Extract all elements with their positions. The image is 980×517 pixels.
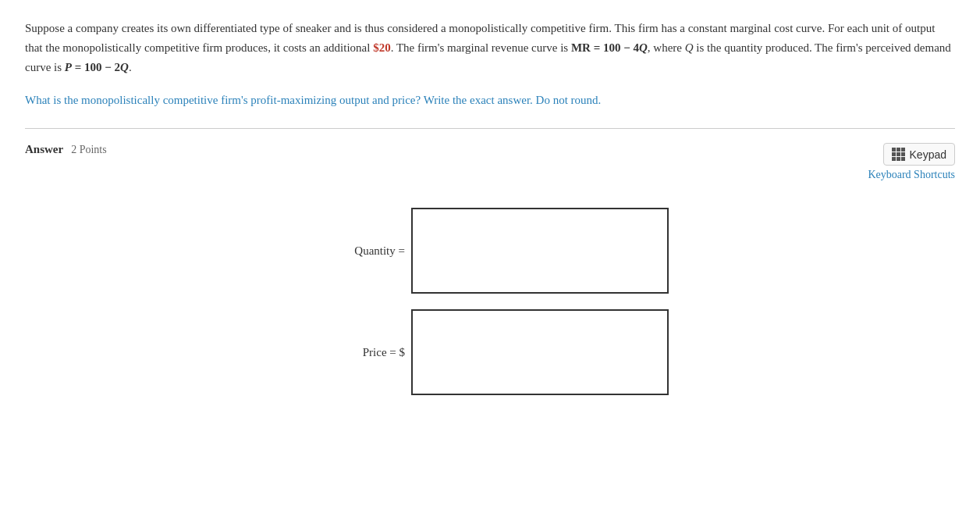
question-paragraph: Suppose a company creates its own differ… <box>25 19 955 77</box>
question-part5: . <box>129 61 132 73</box>
sub-question: What is the monopolistically competitive… <box>25 91 955 109</box>
keyboard-shortcuts-link[interactable]: Keyboard Shortcuts <box>868 169 955 181</box>
page-container: Suppose a company creates its own differ… <box>0 0 980 422</box>
quantity-input[interactable] <box>411 208 669 294</box>
answer-label-group: Answer 2 Points <box>25 143 107 156</box>
price-label: Price = $ <box>311 346 405 359</box>
mr-formula: MR = 100 − 4Q <box>571 41 648 54</box>
quantity-row: Quantity = <box>311 208 669 294</box>
price-row: Price = $ <box>311 309 669 395</box>
answer-area: Quantity = Price = $ <box>25 200 955 403</box>
section-divider <box>25 128 955 129</box>
quantity-label: Quantity = <box>311 244 405 258</box>
cost-amount: $20 <box>373 41 391 54</box>
answer-label: Answer <box>25 143 63 156</box>
price-input[interactable] <box>411 309 669 395</box>
question-part2: . The firm's marginal revenue curve is <box>391 41 571 54</box>
keypad-button-label: Keypad <box>910 148 946 161</box>
answer-header: Answer 2 Points Keypad Keyboard Shortcut… <box>25 143 955 181</box>
points-label: 2 Points <box>71 144 107 156</box>
question-part3: , where <box>648 41 685 54</box>
p-formula: P = 100 − 2Q <box>65 61 129 73</box>
keypad-button[interactable]: Keypad <box>883 143 955 166</box>
keypad-icon <box>892 148 905 161</box>
keypad-group: Keypad Keyboard Shortcuts <box>868 143 955 181</box>
q-var: Q <box>685 41 694 54</box>
